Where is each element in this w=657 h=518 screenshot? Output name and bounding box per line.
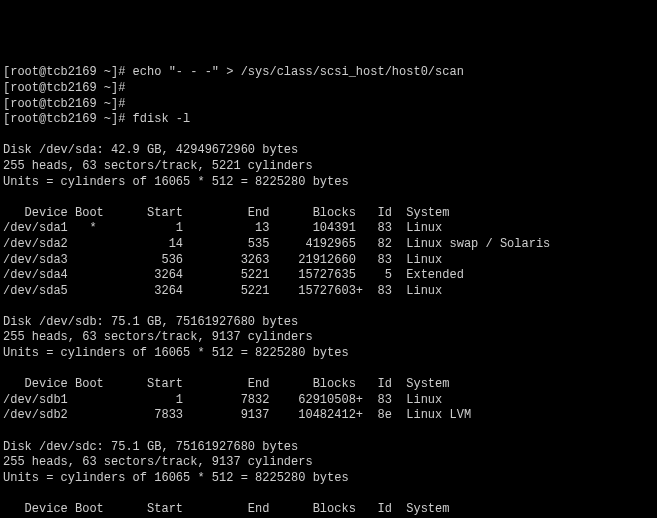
partition-table-header: Device Boot Start End Blocks Id System <box>3 502 449 516</box>
partition-table-header: Device Boot Start End Blocks Id System <box>3 377 449 391</box>
partition-row: /dev/sda2 14 535 4192965 82 Linux swap /… <box>3 237 550 251</box>
prompt-line: [root@tcb2169 ~]# <box>3 81 125 95</box>
partition-row: /dev/sdb2 7833 9137 10482412+ 8e Linux L… <box>3 408 471 422</box>
disk-geometry: 255 heads, 63 sectors/track, 5221 cylind… <box>3 159 313 173</box>
partition-row: /dev/sda4 3264 5221 15727635 5 Extended <box>3 268 464 282</box>
partition-row: /dev/sda5 3264 5221 15727603+ 83 Linux <box>3 284 442 298</box>
disk-units: Units = cylinders of 16065 * 512 = 82252… <box>3 346 349 360</box>
disk-geometry: 255 heads, 63 sectors/track, 9137 cylind… <box>3 455 313 469</box>
prompt-line: [root@tcb2169 ~]# echo "- - -" > /sys/cl… <box>3 65 464 79</box>
disk-geometry: 255 heads, 63 sectors/track, 9137 cylind… <box>3 330 313 344</box>
partition-table-header: Device Boot Start End Blocks Id System <box>3 206 449 220</box>
prompt-line: [root@tcb2169 ~]# fdisk -l <box>3 112 190 126</box>
disk-units: Units = cylinders of 16065 * 512 = 82252… <box>3 471 349 485</box>
disk-header: Disk /dev/sdb: 75.1 GB, 75161927680 byte… <box>3 315 298 329</box>
partition-row: /dev/sda3 536 3263 21912660 83 Linux <box>3 253 442 267</box>
disk-units: Units = cylinders of 16065 * 512 = 82252… <box>3 175 349 189</box>
disk-header: Disk /dev/sdc: 75.1 GB, 75161927680 byte… <box>3 440 298 454</box>
partition-row: /dev/sdb1 1 7832 62910508+ 83 Linux <box>3 393 442 407</box>
partition-row: /dev/sda1 * 1 13 104391 83 Linux <box>3 221 442 235</box>
disk-header: Disk /dev/sda: 42.9 GB, 42949672960 byte… <box>3 143 298 157</box>
terminal-output: [root@tcb2169 ~]# echo "- - -" > /sys/cl… <box>3 65 654 518</box>
prompt-line: [root@tcb2169 ~]# <box>3 97 125 111</box>
